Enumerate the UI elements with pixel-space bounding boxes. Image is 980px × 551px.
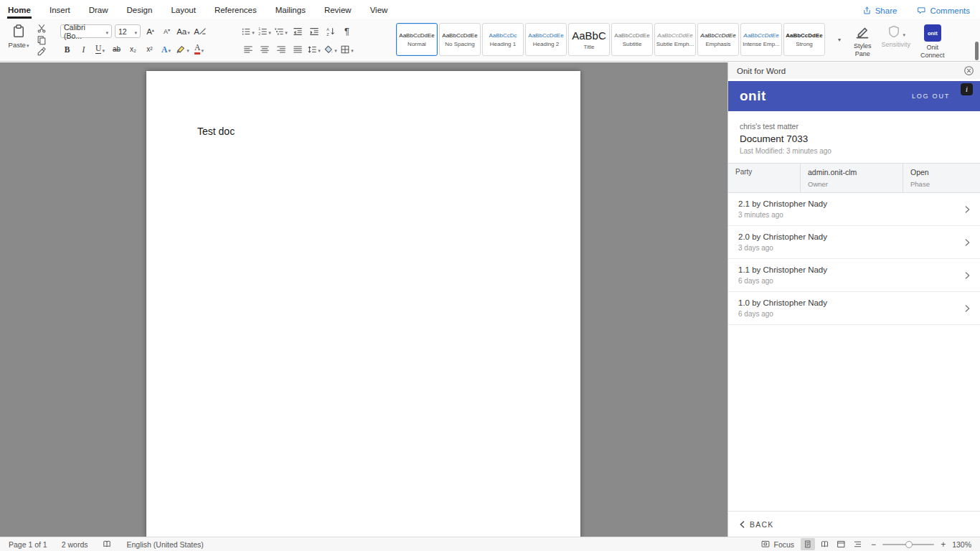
line-spacing-button[interactable] <box>307 42 321 56</box>
style-intense-emphasis[interactable]: AaBbCcDdEeIntense Emp... <box>740 23 782 56</box>
cut-icon[interactable] <box>37 24 47 34</box>
zoom-level[interactable]: 130% <box>952 540 971 549</box>
sensitivity-button[interactable]: Sensitivity <box>882 21 911 49</box>
subscript-button[interactable]: x₂ <box>126 42 140 56</box>
menubar: Home Insert Draw Design Layout Reference… <box>0 0 980 19</box>
tab-references[interactable]: References <box>214 1 258 19</box>
borders-button[interactable] <box>340 42 354 56</box>
format-painter-icon[interactable] <box>37 47 47 57</box>
show-paragraph-marks-button[interactable]: ¶ <box>340 24 354 38</box>
italic-button[interactable]: I <box>77 42 90 56</box>
numbering-caret-icon <box>268 27 271 36</box>
comments-icon <box>917 6 926 15</box>
ribbon: Paste Calibri (Bo... 12 A A Aa A B I U <box>0 19 980 62</box>
highlight-caret-icon <box>186 45 189 54</box>
strikethrough-button[interactable]: ab <box>110 42 123 56</box>
tab-mailings[interactable]: Mailings <box>275 1 306 19</box>
bullets-button[interactable] <box>241 24 255 38</box>
language-selector[interactable]: English (United States) <box>126 540 203 549</box>
increase-indent-button[interactable] <box>307 24 321 38</box>
tab-draw[interactable]: Draw <box>88 1 109 19</box>
style-no-spacing[interactable]: AaBbCcDdEeNo Spacing <box>439 23 481 56</box>
increase-indent-icon <box>309 27 319 37</box>
outline-view-button[interactable] <box>850 538 864 550</box>
numbering-button[interactable]: 12 <box>258 24 271 38</box>
web-layout-view-button[interactable] <box>834 538 848 550</box>
tab-design[interactable]: Design <box>126 1 154 19</box>
word-count[interactable]: 2 words <box>62 540 88 549</box>
paste-button[interactable]: Paste <box>6 21 32 61</box>
document-text[interactable]: Test doc <box>197 126 235 137</box>
close-panel-icon[interactable] <box>963 65 974 76</box>
highlight-button[interactable] <box>176 42 189 56</box>
style-subtitle[interactable]: AaBbCcDdEeSubtitle <box>611 23 653 56</box>
tab-layout[interactable]: Layout <box>170 1 197 19</box>
proofing-book-icon[interactable] <box>102 540 112 549</box>
style-title[interactable]: AaBbCTitle <box>568 23 610 56</box>
print-layout-view-button[interactable] <box>801 538 815 550</box>
style-strong[interactable]: AaBbCcDdEeStrong <box>783 23 825 56</box>
copy-icon[interactable] <box>37 35 47 45</box>
shading-button[interactable] <box>324 42 337 56</box>
font-group: Calibri (Bo... 12 A A Aa A B I U ab x₂ x… <box>60 21 231 56</box>
chevron-right-icon <box>965 205 970 214</box>
tab-review[interactable]: Review <box>324 1 352 19</box>
font-name-select[interactable]: Calibri (Bo... <box>60 24 112 38</box>
align-right-button[interactable] <box>274 42 288 56</box>
version-row[interactable]: 1.0 by Christopher Nady6 days ago <box>728 292 980 325</box>
text-effects-button[interactable]: A <box>159 42 173 56</box>
zoom-slider-thumb[interactable] <box>905 541 913 548</box>
style-subtle-emphasis[interactable]: AaBbCcDdEeSubtle Emph... <box>654 23 696 56</box>
align-left-button[interactable] <box>241 42 255 56</box>
info-button[interactable]: i <box>961 83 973 95</box>
version-row[interactable]: 2.1 by Christopher Nady3 minutes ago <box>728 193 980 226</box>
style-heading-2[interactable]: AaBbCcDdEeHeading 2 <box>525 23 567 56</box>
style-normal[interactable]: AaBbCcDdEeNormal <box>396 23 438 56</box>
align-center-button[interactable] <box>258 42 271 56</box>
zoom-in-button[interactable]: + <box>941 540 946 550</box>
styles-gallery-more-button[interactable] <box>835 23 844 56</box>
justify-button[interactable] <box>291 42 304 56</box>
version-row[interactable]: 1.1 by Christopher Nady6 days ago <box>728 259 980 292</box>
tab-insert[interactable]: Insert <box>49 1 71 19</box>
font-size-select[interactable]: 12 <box>115 24 141 38</box>
focus-button[interactable]: Focus <box>760 540 795 549</box>
underline-button[interactable]: U <box>93 42 107 56</box>
clear-formatting-eraser-icon <box>199 28 206 34</box>
paste-caret-icon <box>26 41 29 49</box>
zoom-out-button[interactable]: − <box>871 540 876 550</box>
tab-home[interactable]: Home <box>7 1 32 19</box>
style-emphasis[interactable]: AaBbCcDdEeEmphasis <box>697 23 739 56</box>
decrease-indent-button[interactable] <box>291 24 304 38</box>
change-case-button[interactable]: Aa <box>176 24 190 38</box>
version-row[interactable]: 2.0 by Christopher Nady3 days ago <box>728 226 980 259</box>
paragraph-row-1: 12 AZ ¶ <box>241 24 386 38</box>
share-button[interactable]: Share <box>862 6 897 15</box>
tab-view[interactable]: View <box>369 1 389 19</box>
style-heading-1[interactable]: AaBbCcDcHeading 1 <box>482 23 524 56</box>
read-mode-view-button[interactable] <box>817 538 831 550</box>
superscript-button[interactable]: x² <box>143 42 156 56</box>
zoom-slider[interactable] <box>882 544 934 545</box>
clear-formatting-button[interactable]: A <box>193 24 207 38</box>
styles-pane-button[interactable]: Styles Pane <box>854 21 872 58</box>
document-page[interactable]: Test doc <box>146 71 580 537</box>
paragraph-row-2 <box>241 42 386 56</box>
onit-logo-icon: onit <box>924 24 941 42</box>
bold-button[interactable]: B <box>60 42 74 56</box>
vertical-scrollbar-thumb[interactable] <box>975 42 979 60</box>
grow-font-button[interactable]: A <box>143 24 157 38</box>
multilevel-list-icon <box>274 27 284 37</box>
logout-button[interactable]: LOG OUT <box>912 93 950 100</box>
bullets-caret-icon <box>251 27 255 36</box>
page-count[interactable]: Page 1 of 1 <box>9 540 47 549</box>
comments-label: Comments <box>930 6 970 15</box>
sort-button[interactable]: AZ <box>324 24 337 38</box>
font-color-button[interactable]: A <box>192 42 206 56</box>
shrink-font-button[interactable]: A <box>160 24 174 38</box>
onit-connect-button[interactable]: onit Onit Connect <box>920 21 945 60</box>
back-button[interactable]: BACK <box>728 511 980 537</box>
phase-cell: Open Phase <box>903 164 980 192</box>
multilevel-list-button[interactable] <box>274 24 288 38</box>
comments-button[interactable]: Comments <box>917 6 970 15</box>
